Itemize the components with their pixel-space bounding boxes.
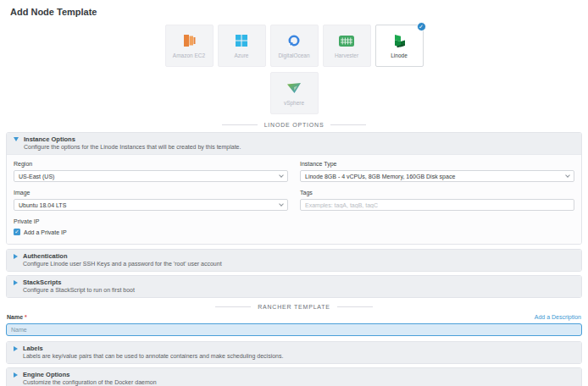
- digitalocean-icon: [287, 34, 301, 48]
- provider-tile-digitalocean[interactable]: DigitalOcean: [270, 25, 319, 67]
- section-subtitle: Configure Linode user SSH Keys and a pas…: [23, 260, 222, 267]
- provider-tile-label: Linode: [391, 52, 408, 58]
- provider-tile-label: Azure: [235, 52, 249, 58]
- provider-tile-label: Harvester: [335, 52, 358, 58]
- stackscripts-heading: StackScripts Configure a StackScript to …: [23, 278, 135, 294]
- section-title: Instance Options: [24, 135, 241, 143]
- selected-check-icon: ✓: [417, 22, 426, 31]
- engine-options-heading: Engine Options Customize the configurati…: [23, 371, 157, 386]
- labels-heading: Labels Labels are key/value pairs that c…: [23, 345, 283, 360]
- instance-options-toggle[interactable]: Instance Options Configure the options f…: [7, 133, 581, 154]
- authentication-toggle[interactable]: Authentication Configure Linode user SSH…: [7, 250, 581, 271]
- expand-arrow-icon: [14, 280, 18, 285]
- page-title: Add Node Template: [10, 7, 582, 17]
- section-subtitle: Customize the configuration of the Docke…: [23, 378, 157, 386]
- section-instance-options: Instance Options Configure the options f…: [6, 132, 582, 245]
- amazon-ec2-icon: [183, 34, 196, 48]
- section-authentication: Authentication Configure Linode user SSH…: [6, 249, 582, 272]
- provider-tile-azure[interactable]: Azure: [218, 25, 266, 67]
- add-node-template-page: Add Node Template Amazon EC2 Azure Digit…: [0, 0, 588, 386]
- chevron-down-icon: [565, 173, 570, 178]
- section-title: Engine Options: [23, 371, 157, 378]
- section-labels: Labels Labels are key/value pairs that c…: [6, 341, 582, 364]
- region-value: US-East (US): [19, 174, 54, 179]
- collapse-arrow-icon: [14, 137, 19, 141]
- section-title: Labels: [23, 345, 283, 352]
- chevron-down-icon: [279, 201, 284, 207]
- provider-tile-linode[interactable]: ✓ Linode: [375, 25, 424, 67]
- image-select[interactable]: Ubuntu 18.04 LTS: [14, 199, 288, 211]
- name-row: Name * Add a Description: [6, 314, 582, 320]
- provider-tile-amazon-ec2[interactable]: Amazon EC2: [165, 25, 214, 67]
- private-ip-field: Private IP ✓ Add a Private IP: [14, 218, 288, 235]
- provider-tile-label: DigitalOcean: [278, 52, 309, 58]
- section-subtitle: Configure a StackScript to run on first …: [23, 286, 135, 294]
- provider-tile-label: vSphere: [284, 100, 304, 106]
- image-field: Image Ubuntu 18.04 LTS: [14, 190, 288, 211]
- expand-arrow-icon: [14, 372, 18, 378]
- region-field: Region US-East (US): [14, 161, 288, 182]
- section-subtitle: Labels are key/value pairs that can be u…: [23, 352, 283, 360]
- name-label-text: Name: [7, 314, 23, 320]
- vsphere-icon: [286, 81, 302, 96]
- rancher-template-header: RANCHER TEMPLATE: [6, 303, 582, 311]
- divider-line: [330, 124, 366, 125]
- tags-label: Tags: [300, 190, 574, 196]
- authentication-heading: Authentication Configure Linode user SSH…: [23, 252, 222, 267]
- image-value: Ubuntu 18.04 LTS: [19, 202, 66, 208]
- chevron-down-icon: [279, 173, 284, 178]
- name-label: Name *: [7, 314, 27, 320]
- section-subtitle: Configure the options for the Linode Ins…: [24, 143, 241, 151]
- instance-type-value: Linode 8GB - 4 vCPUs, 8GB Memory, 160GB …: [305, 174, 455, 179]
- divider-line: [215, 306, 251, 307]
- linode-icon: [393, 34, 406, 48]
- region-label: Region: [14, 161, 288, 168]
- engine-options-toggle[interactable]: Engine Options Customize the configurati…: [7, 368, 581, 386]
- linode-options-header: LINODE OPTIONS: [6, 121, 582, 129]
- section-title: Authentication: [23, 252, 222, 260]
- tags-field: Tags: [300, 190, 574, 211]
- image-label: Image: [14, 190, 288, 196]
- required-marker: *: [25, 314, 27, 320]
- rancher-template-header-text: RANCHER TEMPLATE: [258, 303, 330, 311]
- linode-options-header-text: LINODE OPTIONS: [264, 121, 325, 129]
- provider-tile-vsphere[interactable]: vSphere: [270, 72, 319, 114]
- azure-icon: [236, 34, 247, 48]
- section-title: StackScripts: [23, 278, 135, 286]
- divider-line: [222, 124, 258, 125]
- labels-toggle[interactable]: Labels Labels are key/value pairs that c…: [7, 342, 581, 363]
- instance-options-heading: Instance Options Configure the options f…: [24, 135, 241, 151]
- provider-tile-harvester[interactable]: Harvester: [323, 25, 371, 67]
- provider-tiles-row-1: Amazon EC2 Azure DigitalOcean Harvester …: [6, 25, 582, 67]
- instance-type-label: Instance Type: [300, 161, 574, 168]
- private-ip-checkbox[interactable]: ✓: [14, 229, 20, 235]
- section-engine-options: Engine Options Customize the configurati…: [6, 367, 582, 386]
- private-ip-label: Private IP: [14, 218, 288, 225]
- divider-line: [337, 306, 373, 307]
- provider-tile-label: Amazon EC2: [173, 52, 205, 58]
- section-stackscripts: StackScripts Configure a StackScript to …: [6, 275, 582, 298]
- name-input[interactable]: [6, 323, 582, 336]
- instance-type-field: Instance Type Linode 8GB - 4 vCPUs, 8GB …: [300, 161, 574, 182]
- provider-tiles-row-2: vSphere: [6, 72, 582, 114]
- region-select[interactable]: US-East (US): [14, 170, 288, 182]
- expand-arrow-icon: [14, 254, 18, 259]
- add-description-link[interactable]: Add a Description: [535, 314, 581, 320]
- instance-type-select[interactable]: Linode 8GB - 4 vCPUs, 8GB Memory, 160GB …: [300, 170, 574, 182]
- instance-options-body: Region US-East (US) Instance Type Linode…: [7, 154, 581, 244]
- tags-input[interactable]: [300, 199, 574, 211]
- stackscripts-toggle[interactable]: StackScripts Configure a StackScript to …: [7, 276, 581, 297]
- private-ip-checkbox-label: Add a Private IP: [24, 229, 67, 235]
- harvester-icon: [339, 34, 354, 48]
- expand-arrow-icon: [14, 346, 18, 351]
